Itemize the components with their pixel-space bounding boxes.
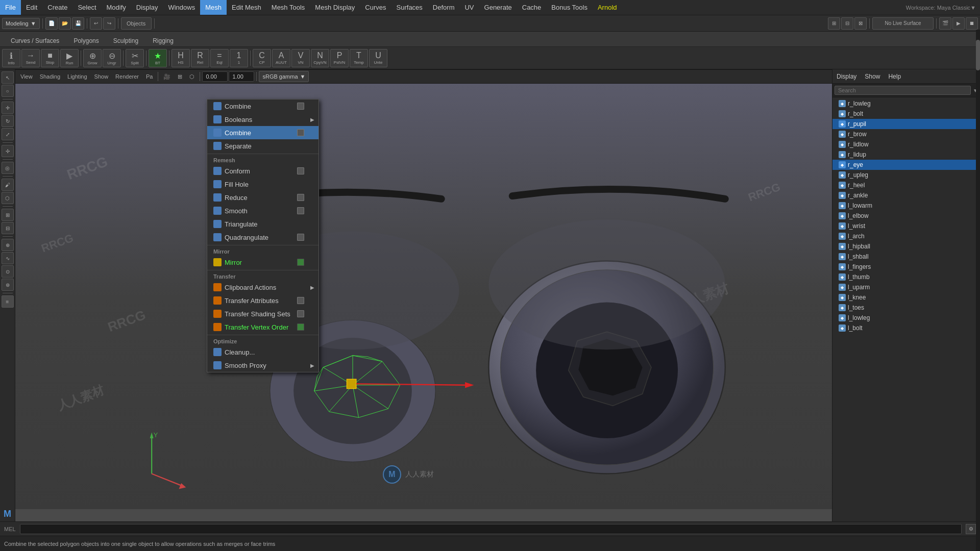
shelf-icon-unte[interactable]: U Unte [369, 49, 387, 67]
tb-render1[interactable]: 🎬 [939, 17, 951, 30]
vp-cam-btn[interactable]: 🎥 [160, 71, 174, 82]
outliner-item-l_wrist[interactable]: ◆l_wrist [832, 221, 980, 231]
vp-grid-btn[interactable]: ⊞ [175, 71, 185, 82]
menu-entry-mirror[interactable]: Mirror [207, 256, 318, 269]
vp-colorspace-dropdown[interactable]: sRGB gamma ▼ [259, 71, 309, 82]
menu-entry-quadrangulate[interactable]: Quadrangulate [207, 231, 318, 244]
shelf-icon-pstvn[interactable]: P PstVN [330, 49, 349, 67]
menu-entry-transfer-attributes[interactable]: Transfer Attributes [207, 294, 318, 307]
outliner-search-input[interactable] [835, 86, 971, 95]
quadrangulate-opt-box[interactable] [297, 234, 304, 241]
rph-show-btn[interactable]: Show [865, 73, 880, 80]
lt-grid2[interactable]: ⊟ [2, 222, 14, 234]
shelf-icon-split[interactable]: ✂ Split [126, 49, 144, 67]
outliner-item-l_thumb[interactable]: ◆l_thumb [832, 272, 980, 282]
outliner-item-l_elbow[interactable]: ◆l_elbow [832, 211, 980, 221]
menu-entry-transfer-vertex-order[interactable]: Transfer Vertex Order [207, 320, 318, 334]
rph-display-btn[interactable]: Display [837, 73, 856, 80]
menu-entry-smooth-proxy[interactable]: Smooth Proxy ▶ [207, 359, 318, 372]
shelf-icon-1[interactable]: 1 1 [230, 49, 248, 67]
shelf-icon-send[interactable]: → Send [21, 49, 40, 67]
menu-mesh[interactable]: Mesh [200, 0, 227, 15]
outliner-item-r_eye[interactable]: ◆r_eye [832, 160, 980, 170]
mode-dropdown[interactable]: Modeling ▼ [2, 18, 40, 29]
vp-value1[interactable]: 0.00 [202, 71, 228, 82]
menu-entry-combine[interactable]: Combine [207, 99, 318, 113]
menu-generate[interactable]: Generate [479, 0, 517, 15]
outliner-item-r_lidlow[interactable]: ◆r_lidlow [832, 139, 980, 149]
tb-save[interactable]: 💾 [72, 17, 84, 30]
cmd-options-btn[interactable]: ⚙ [966, 524, 976, 534]
shelf-icon-vn[interactable]: V VN [291, 49, 310, 67]
menu-entry-fill-hole[interactable]: Fill Hole [207, 178, 318, 191]
menu-entry-clipboard-actions[interactable]: Clipboard Actions ▶ [207, 281, 318, 294]
lt-rotate[interactable]: ↻ [2, 115, 14, 127]
outliner-item-r_bolt[interactable]: ◆r_bolt [832, 109, 980, 119]
lt-snap-point[interactable]: ⊙ [2, 265, 14, 278]
menu-entry-booleans[interactable]: Booleans ▶ [207, 113, 318, 126]
menu-uv[interactable]: UV [459, 0, 479, 15]
menu-bonus-tools[interactable]: Bonus Tools [546, 0, 593, 15]
menu-arnold[interactable]: Arnold [593, 0, 622, 15]
shelf-icon-cp[interactable]: C CP [253, 49, 271, 67]
lt-grid[interactable]: ⊞ [2, 209, 14, 221]
lt-lasso[interactable]: ○ [2, 85, 14, 97]
mirror-opt-box[interactable] [297, 259, 304, 266]
shelf-icon-info[interactable]: ℹ Info [2, 49, 20, 67]
shelf-icon-rel[interactable]: R Rel [191, 49, 209, 67]
outliner-item-l_fingers[interactable]: ◆l_fingers [832, 262, 980, 272]
menu-display[interactable]: Display [131, 0, 163, 15]
menu-entry-reduce[interactable]: Reduce [207, 191, 318, 204]
outliner-item-l_toes[interactable]: ◆l_toes [832, 303, 980, 313]
outliner-item-r_lidup[interactable]: ◆r_lidup [832, 149, 980, 160]
lt-paint[interactable]: 🖌 [2, 179, 14, 191]
vp-pa-btn[interactable]: Pa [143, 71, 156, 82]
shelf-tab-curves-surfaces[interactable]: Curves / Surfaces [4, 35, 66, 46]
shelf-icon-cpyvn[interactable]: N CpyVN [311, 49, 329, 67]
transfer-vertex-opt-box[interactable] [297, 323, 304, 331]
tb-snap3[interactable]: ⊠ [854, 17, 867, 30]
menu-edit-mesh[interactable]: Edit Mesh [227, 0, 266, 15]
outliner-item-l_knee[interactable]: ◆l_knee [832, 292, 980, 303]
shelf-tab-rigging[interactable]: Rigging [146, 35, 180, 46]
command-input[interactable] [20, 524, 962, 534]
vp-lighting-btn[interactable]: Lighting [64, 71, 90, 82]
menu-mesh-tools[interactable]: Mesh Tools [266, 0, 310, 15]
combine-hover-opt-box[interactable] [297, 129, 304, 136]
outliner-item-l_lowarm[interactable]: ◆l_lowarm [832, 201, 980, 211]
tb-objects[interactable]: Objects [121, 17, 152, 30]
menu-entry-combine-hover[interactable]: Combine [207, 126, 318, 139]
lt-soft-select[interactable]: ◎ [2, 162, 14, 174]
conform-opt-box[interactable] [297, 167, 304, 174]
tb-redo[interactable]: ↪ [103, 17, 115, 30]
lt-select[interactable]: ↖ [2, 71, 14, 84]
vp-show-btn[interactable]: Show [91, 71, 112, 82]
outliner-item-r_ankle[interactable]: ◆r_ankle [832, 190, 980, 201]
menu-entry-conform[interactable]: Conform [207, 164, 318, 178]
outliner-scrollbar-thumb[interactable] [976, 40, 980, 70]
menu-entry-cleanup[interactable]: Cleanup... [207, 345, 318, 359]
menu-file[interactable]: File [0, 0, 21, 15]
lt-scale[interactable]: ⤢ [2, 128, 14, 140]
outliner-item-l_shball[interactable]: ◆l_shball [832, 252, 980, 262]
tb-snap1[interactable]: ⊞ [828, 17, 840, 30]
lt-layers[interactable]: ≡ [2, 295, 14, 308]
outliner-item-r_pupil[interactable]: ◆r_pupil [832, 119, 980, 129]
lt-move[interactable]: ✛ [2, 102, 14, 114]
tb-snap2[interactable]: ⊟ [841, 17, 853, 30]
lt-snap-curve[interactable]: ∿ [2, 252, 14, 264]
combine-opt-box[interactable] [297, 103, 304, 110]
tb-render2[interactable]: ▶ [952, 17, 965, 30]
vp-wire-btn[interactable]: ⬡ [186, 71, 198, 82]
shelf-icon-ungr[interactable]: ⊖ Ungr [103, 49, 121, 67]
shelf-icon-grow[interactable]: ⊕ Grow [83, 49, 102, 67]
tb-render3[interactable]: ⏹ [966, 17, 978, 30]
vp-view-btn[interactable]: View [17, 71, 36, 82]
outliner-item-l_uparm[interactable]: ◆l_uparm [832, 282, 980, 292]
lt-snap-view[interactable]: ⊛ [2, 279, 14, 291]
outliner-item-l_lowleg[interactable]: ◆l_lowleg [832, 313, 980, 323]
menu-edit[interactable]: Edit [21, 0, 42, 15]
outliner-item-r_brow[interactable]: ◆r_brow [832, 129, 980, 139]
shelf-icon-bt[interactable]: ★ BT [149, 49, 167, 67]
shelf-icon-auut[interactable]: A AUUT [272, 49, 290, 67]
